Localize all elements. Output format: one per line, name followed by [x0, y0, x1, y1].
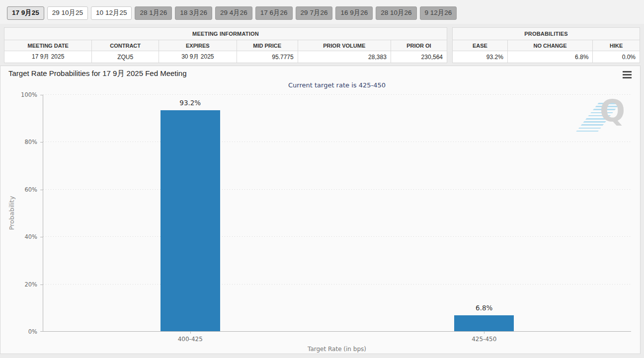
- meeting_info_table-cell: 230,564: [391, 51, 447, 63]
- meeting-tab-3[interactable]: 28 1月26: [135, 6, 172, 20]
- y-tick-label: 60%: [11, 186, 37, 193]
- meeting_info_table-cell: 28,383: [298, 51, 391, 63]
- meeting-tab-9[interactable]: 28 10月26: [376, 6, 416, 20]
- probabilities_table-cell: 0.0%: [593, 51, 640, 63]
- y-tick-label: 20%: [11, 281, 37, 288]
- menu-bar: [623, 74, 632, 75]
- y-tick-label: 0%: [11, 328, 37, 335]
- fedwatch-page: 17 9月2529 10月2510 12月2528 1月2618 3月2629 …: [0, 0, 644, 358]
- menu-bar: [623, 71, 632, 72]
- y-axis-tick: [40, 142, 43, 143]
- menu-bar: [623, 77, 632, 78]
- probabilities_table-group-header: PROBABILITIES: [453, 28, 640, 40]
- y-axis-tick: [40, 285, 43, 285]
- meeting-tab-6[interactable]: 17 6月26: [255, 6, 293, 20]
- watermark-q-logo: Q: [600, 96, 625, 126]
- probabilities_table-cell: 93.2%: [453, 51, 508, 63]
- probabilities_table-column-header: HIKE: [593, 40, 640, 51]
- y-axis-tick: [40, 237, 43, 237]
- meeting_info_table-column-header: CONTRACT: [92, 40, 159, 51]
- meeting-tab-8[interactable]: 16 9月26: [335, 6, 373, 20]
- y-axis-tick: [40, 190, 43, 190]
- meeting_info_table-column-header: PRIOR OI: [391, 40, 447, 51]
- chart-panel: Target Rate Probabilities for 17 9月 2025…: [0, 66, 641, 354]
- chart-title: Target Rate Probabilities for 17 9月 2025…: [8, 69, 187, 78]
- meeting_info_table-cell: 17 9月 2025: [4, 51, 92, 63]
- gridline: [43, 142, 631, 142]
- meeting_info_table-column-header: MID PRICE: [237, 40, 298, 51]
- x-axis-tick: [190, 331, 191, 334]
- meeting-info-table: MEETING INFORMATIONMEETING DATECONTRACTE…: [4, 27, 447, 63]
- probability-bar-425-450[interactable]: [454, 315, 514, 331]
- gridline: [43, 94, 631, 95]
- gridline: [43, 189, 631, 190]
- y-axis-tick: [40, 95, 43, 95]
- bar-value-label: 93.2%: [156, 99, 225, 107]
- meeting-tab-10[interactable]: 9 12月26: [420, 6, 457, 20]
- meeting_info_table-group-header: MEETING INFORMATION: [4, 28, 447, 40]
- probabilities_table-column-header: NO CHANGE: [507, 40, 593, 51]
- watermark-stripes-icon: [576, 103, 620, 132]
- x-tick-label: 400-425: [178, 336, 203, 343]
- meeting_info_table-cell: ZQU5: [92, 51, 159, 63]
- meeting_info_table-column-header: EXPIRES: [159, 40, 237, 51]
- meeting-tab-2[interactable]: 10 12月25: [91, 6, 132, 20]
- x-tick-label: 425-450: [472, 336, 496, 343]
- quikstrike-watermark: Q: [587, 99, 625, 133]
- meeting-tab-bar: 17 9月2529 10月2510 12月2528 1月2618 3月2629 …: [0, 0, 644, 24]
- info-tables-row: MEETING INFORMATIONMEETING DATECONTRACTE…: [4, 27, 640, 63]
- y-axis-title: Probability: [8, 196, 15, 230]
- meeting-tab-7[interactable]: 29 7月26: [296, 6, 333, 20]
- meeting-tab-1[interactable]: 29 10月25: [47, 6, 88, 20]
- gridline: [43, 284, 631, 285]
- chart-subtitle: Current target rate is 425-450: [43, 81, 631, 89]
- y-axis-tick: [40, 331, 43, 332]
- meeting_info_table-column-header: PRIOR VOLUME: [298, 40, 391, 51]
- plot-area: Q 0%20%40%60%80%100%93.2%400-4256.8%425-…: [43, 95, 631, 332]
- y-tick-label: 80%: [11, 139, 37, 145]
- probabilities_table-cell: 6.8%: [507, 51, 593, 63]
- x-axis-tick: [484, 331, 484, 334]
- meeting-tab-5[interactable]: 29 4月26: [215, 6, 252, 20]
- meeting-tab-0[interactable]: 17 9月25: [7, 6, 44, 20]
- meeting-tab-4[interactable]: 18 3月26: [175, 6, 212, 20]
- y-tick-label: 100%: [11, 91, 37, 98]
- bar-value-label: 6.8%: [449, 304, 519, 312]
- gridline: [43, 236, 631, 237]
- meeting_info_table-cell: 30 9月 2025: [159, 51, 237, 63]
- meeting_info_table-cell: 95.7775: [237, 51, 298, 63]
- probabilities-table: PROBABILITIESEASENO CHANGEHIKE93.2%6.8%0…: [452, 27, 640, 63]
- meeting_info_table-column-header: MEETING DATE: [4, 40, 92, 51]
- chart-menu-icon[interactable]: [623, 71, 632, 78]
- y-tick-label: 40%: [11, 233, 37, 240]
- probabilities_table-column-header: EASE: [453, 40, 508, 51]
- x-axis-title: Target Rate (in bps): [43, 346, 631, 353]
- probability-bar-400-425[interactable]: [161, 110, 220, 331]
